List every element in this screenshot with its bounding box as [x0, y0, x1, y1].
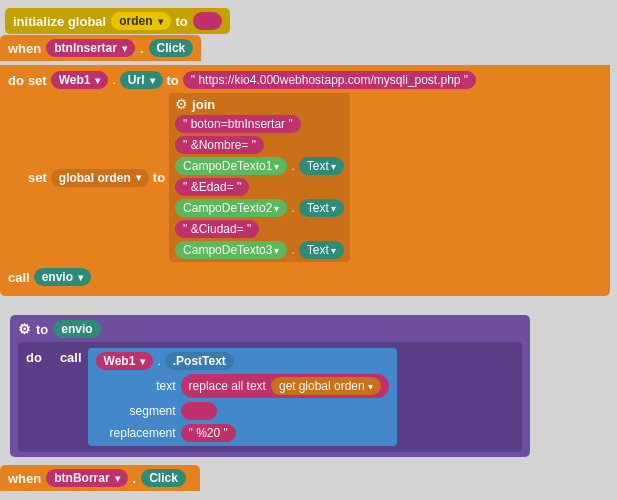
join-header-row: ⚙ join — [175, 96, 344, 112]
join-keyword: join — [192, 97, 215, 112]
set1-keyword: set — [28, 73, 47, 88]
segment-row: segment — [106, 402, 389, 420]
campo3-pill[interactable]: CampoDeTexto3 — [175, 241, 287, 259]
join-row-1: " boton=btnInsertar " — [175, 115, 344, 133]
replacement-value[interactable]: " %20 " — [181, 424, 236, 442]
replacement-label: replacement — [106, 426, 176, 440]
envio-call-row: do call Web1 . .PostText text replace al… — [26, 348, 514, 446]
post-text-header: Web1 . .PostText — [96, 352, 389, 370]
init-value[interactable] — [193, 12, 222, 30]
join-str-4[interactable]: " &Edad= " — [175, 178, 249, 196]
campo2-pill[interactable]: CampoDeTexto2 — [175, 199, 287, 217]
dot2: . — [291, 201, 294, 215]
envio-proc-block: ⚙ to envio do call Web1 . .PostText text — [10, 315, 530, 457]
global-orden-set[interactable]: global orden — [51, 169, 149, 187]
join-str-1[interactable]: " boton=btnInsertar " — [175, 115, 301, 133]
join-str-6[interactable]: " &Ciudad= " — [175, 220, 259, 238]
get-var: global orden — [299, 379, 365, 393]
get-keyword: get — [279, 379, 296, 393]
text-label: text — [106, 379, 176, 393]
envio-call-pill[interactable]: envio — [34, 268, 91, 286]
call-envio-row: call envio — [8, 268, 602, 286]
envio-header: ⚙ to envio — [18, 320, 522, 338]
join-row-6: " &Ciudad= " — [175, 220, 344, 238]
when-block-top: when btnInsertar . Click — [0, 35, 201, 61]
join-block: ⚙ join " boton=btnInsertar " " &Nombre= … — [169, 93, 350, 262]
join-row-2: " &Nombre= " — [175, 136, 344, 154]
when-block-bottom: when btnBorrar . Click — [0, 465, 200, 491]
envio-do-area: do call Web1 . .PostText text replace al… — [18, 342, 522, 452]
when-component-bottom[interactable]: btnBorrar — [46, 469, 127, 487]
envio-gear-icon: ⚙ — [18, 321, 31, 337]
post-text-block: Web1 . .PostText text replace all text g… — [88, 348, 397, 446]
set2-keyword: set — [28, 170, 47, 185]
call-keyword: call — [8, 270, 30, 285]
init-block: initialize global orden to — [5, 8, 230, 34]
get-global-orden[interactable]: get global orden — [271, 377, 381, 395]
init-keyword: initialize global — [13, 14, 106, 29]
replace-all-text-block: replace all text get global orden — [181, 374, 389, 398]
when-keyword-bottom: when — [8, 471, 41, 486]
dot3: . — [291, 243, 294, 257]
set1-to: to — [167, 73, 179, 88]
text2-pill[interactable]: Text — [299, 199, 344, 217]
init-to-keyword: to — [176, 14, 188, 29]
envio-name-pill[interactable]: envio — [53, 320, 100, 338]
dot1: . — [291, 159, 294, 173]
segment-label: segment — [106, 404, 176, 418]
when-event-bottom[interactable]: Click — [141, 469, 186, 487]
url-prop[interactable]: Url — [120, 71, 163, 89]
post-dot: . — [157, 354, 160, 368]
init-var-name[interactable]: orden — [111, 12, 170, 30]
join-row-7: CampoDeTexto3 . Text — [175, 241, 344, 259]
web1-component[interactable]: Web1 — [51, 71, 109, 89]
join-row-4: " &Edad= " — [175, 178, 344, 196]
do-keyword-envio: do — [26, 348, 42, 365]
do-area-top: do set Web1 . Url to " https://kio4.000w… — [0, 65, 610, 296]
campo1-pill[interactable]: CampoDeTexto1 — [175, 157, 287, 175]
when-keyword-top: when — [8, 41, 41, 56]
when-dot-bottom: . — [133, 471, 137, 486]
call-label-envio: call — [60, 348, 82, 365]
text1-pill[interactable]: Text — [299, 157, 344, 175]
web1-post-pill[interactable]: Web1 — [96, 352, 154, 370]
set2-to: to — [153, 170, 165, 185]
set-url-row: do set Web1 . Url to " https://kio4.000w… — [8, 71, 602, 89]
join-str-2[interactable]: " &Nombre= " — [175, 136, 264, 154]
envio-to-keyword: to — [36, 322, 48, 337]
join-row-3: CampoDeTexto1 . Text — [175, 157, 344, 175]
join-row-5: CampoDeTexto2 . Text — [175, 199, 344, 217]
set-orden-row: set global orden to ⚙ join " boton=btnIn… — [28, 93, 602, 262]
segment-value[interactable] — [181, 402, 217, 420]
replacement-row: replacement " %20 " — [106, 424, 389, 442]
when-event-top[interactable]: Click — [149, 39, 194, 57]
do-keyword: do — [8, 73, 24, 88]
set1-dot: . — [112, 73, 115, 87]
gear-icon: ⚙ — [175, 96, 188, 112]
post-text-row: text replace all text get global orden — [106, 374, 389, 398]
when-dot-top: . — [140, 41, 144, 56]
replace-label: replace all text — [189, 379, 266, 393]
post-text-method[interactable]: .PostText — [165, 352, 234, 370]
url-value[interactable]: " https://kio4.000webhostapp.com/mysqli_… — [183, 71, 476, 89]
when-component-top[interactable]: btnInsertar — [46, 39, 135, 57]
text3-pill[interactable]: Text — [299, 241, 344, 259]
